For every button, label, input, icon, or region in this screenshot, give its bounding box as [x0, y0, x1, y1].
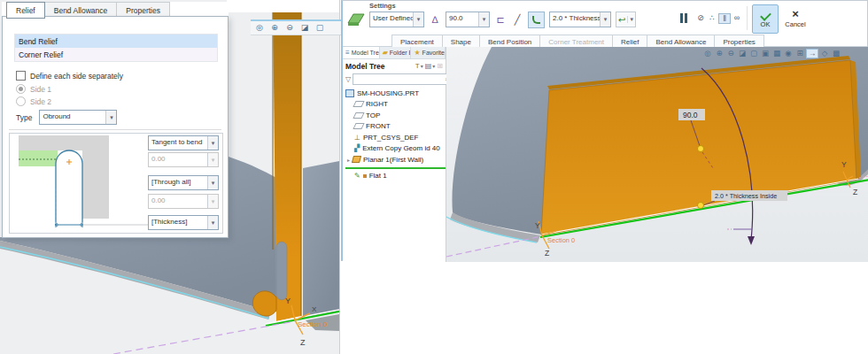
- zoom-region-icon[interactable]: ◎: [702, 50, 713, 58]
- saved-orientations-icon[interactable]: ▢: [314, 24, 326, 32]
- tree-item-right-plane[interactable]: RIGHT: [345, 99, 446, 111]
- chevron-down-icon[interactable]: ▾: [627, 16, 635, 23]
- chevron-down-icon: ▾: [207, 195, 218, 208]
- width-dimension: [56, 222, 82, 227]
- part-icon: [345, 89, 354, 97]
- angle-drag-handle[interactable]: [698, 146, 704, 152]
- insert-here-indicator[interactable]: [345, 167, 446, 169]
- tree-item-part[interactable]: SM-HOUSING.PRT: [345, 88, 446, 99]
- side1-label: Side 1: [30, 85, 51, 94]
- relief-width-value: Tangent to bend: [149, 136, 207, 150]
- chevron-down-icon[interactable]: ▾: [207, 136, 218, 150]
- list-item-bend-relief[interactable]: Bend Relief: [15, 35, 217, 48]
- tab-favorites[interactable]: ★ Favorites: [411, 47, 446, 58]
- relief-type-value: Obround: [40, 111, 105, 124]
- expand-arrow-icon[interactable]: ▸: [347, 157, 350, 163]
- zoom-out-icon[interactable]: ⊖: [283, 24, 296, 32]
- spin-center-icon[interactable]: ◇: [819, 50, 830, 58]
- define-each-side-checkbox[interactable]: [16, 71, 26, 81]
- chevron-down-icon[interactable]: ▾: [207, 216, 218, 229]
- tree-filters-icon[interactable]: T: [415, 62, 420, 70]
- section-label: Section 0: [547, 236, 575, 244]
- chevron-down-icon[interactable]: ▾: [421, 63, 423, 69]
- datum-display-icon[interactable]: ⊞: [794, 50, 805, 58]
- tree-item-label: FRONT: [366, 122, 391, 130]
- relief-type-list: Bend Relief Corner Relief: [14, 34, 218, 62]
- radius-side-icon: ↩: [616, 15, 627, 25]
- tree-item-top-plane[interactable]: TOP: [345, 110, 446, 121]
- bend-radius-combo[interactable]: 2.0 * Thickness ▾: [549, 12, 611, 27]
- refit-icon[interactable]: ◪: [298, 24, 311, 32]
- filter-funnel-icon[interactable]: ▽: [345, 75, 351, 83]
- preview-unattached-icon[interactable]: ∴: [707, 13, 717, 22]
- radius-drag-handle[interactable]: [698, 203, 704, 209]
- creo-main-window: Settings User Defined ▾ ∆ 90.0 ▾ ⊏ ╱ 2.0…: [341, 0, 868, 261]
- relief-offset-value: [Thickness]: [149, 216, 207, 229]
- tree-item-planar-wall[interactable]: ▸ Planar 1(First Wall): [345, 154, 446, 165]
- bend-angle-combo[interactable]: 90.0 ▾: [446, 12, 490, 27]
- clipping-icon[interactable]: ▩: [831, 50, 841, 58]
- folder-tab-label: Folder B: [390, 50, 412, 56]
- verify-glasses-icon[interactable]: ∞: [732, 13, 742, 22]
- tab-model-tree[interactable]: ≡ Model Tree: [343, 47, 380, 58]
- profile-combo[interactable]: User Defined ▾: [369, 12, 424, 27]
- tab-folder-browser[interactable]: ▰ Folder B: [380, 47, 412, 58]
- angle-dim-text[interactable]: 90.0: [683, 111, 698, 119]
- zoom-in-icon[interactable]: ⊕: [714, 50, 725, 58]
- annotation-display-icon[interactable]: →: [806, 49, 818, 58]
- saved-orientations-icon[interactable]: ▢: [748, 50, 759, 58]
- extern-copy-geom-icon: ▞: [354, 144, 360, 152]
- wall-feature-icon: [352, 156, 361, 163]
- preview-attached-toggle[interactable]: ‖: [718, 13, 731, 24]
- tree-columns-icon[interactable]: ▤: [425, 62, 432, 70]
- no-preview-icon[interactable]: ⊘: [695, 13, 706, 22]
- relief-width-combo[interactable]: Tangent to bend ▾: [148, 135, 219, 150]
- relief-depth-combo[interactable]: [Through all] ▾: [148, 175, 219, 190]
- bend-direction-toggle[interactable]: [528, 12, 545, 28]
- favorites-icon: ★: [414, 49, 420, 57]
- model-tree-icon: ≡: [345, 49, 350, 57]
- zoom-region-icon[interactable]: ◎: [253, 24, 266, 32]
- list-item-corner-relief[interactable]: Corner Relief: [15, 48, 217, 61]
- sketch-line-icon[interactable]: ╱: [511, 14, 523, 26]
- side2-radio[interactable]: [16, 96, 26, 106]
- chevron-down-icon[interactable]: ▾: [207, 176, 218, 189]
- pause-button[interactable]: [680, 13, 687, 23]
- relief-offset-combo[interactable]: [Thickness] ▾: [148, 215, 219, 230]
- tree-item-csys[interactable]: ⊥ PRT_CSYS_DEF: [345, 132, 446, 143]
- radius-dim-text[interactable]: 2.0 * Thickness Inside: [715, 192, 777, 200]
- chevron-down-icon[interactable]: ▾: [600, 12, 610, 27]
- zoom-in-icon[interactable]: ⊕: [268, 24, 281, 32]
- tree-item-flat-wall-pending[interactable]: ✎ Flat 1: [345, 171, 446, 182]
- tree-search-input[interactable]: [353, 75, 443, 83]
- chevron-down-icon[interactable]: ▾: [413, 12, 423, 27]
- side1-radio[interactable]: [16, 84, 26, 94]
- bend-profile-icon[interactable]: ⊏: [494, 14, 507, 26]
- view-manager-icon[interactable]: ▣: [760, 50, 771, 58]
- chevron-down-icon[interactable]: ▾: [105, 111, 116, 124]
- window-top-strip: [227, 0, 339, 12]
- chevron-down-icon[interactable]: ▾: [478, 12, 489, 27]
- tree-collapse-icon: ⊞: [437, 62, 443, 70]
- axis-x-label: X: [312, 305, 317, 313]
- radius-side-button[interactable]: ↩ ▾: [616, 12, 636, 27]
- close-icon: ×: [792, 9, 799, 19]
- refit-icon[interactable]: ◪: [737, 50, 748, 58]
- shade-icon[interactable]: ◉: [783, 50, 794, 58]
- main-3d-viewport[interactable]: 90.0 2.0 * Thickness Inside Y Z Section …: [446, 47, 868, 262]
- display-style-icon[interactable]: ▦: [771, 50, 782, 58]
- favorites-tab-label: Favorites: [422, 50, 446, 56]
- cancel-button[interactable]: × Cancel: [780, 4, 810, 32]
- ok-button[interactable]: OK: [752, 4, 779, 34]
- part-face-right: [303, 161, 339, 318]
- relief-type-combo[interactable]: Obround ▾: [39, 110, 117, 125]
- side2-label: Side 2: [30, 97, 51, 106]
- type-label: Type: [16, 113, 32, 122]
- relief-width-number: 0.00: [149, 153, 207, 166]
- tree-item-front-plane[interactable]: FRONT: [345, 121, 446, 133]
- chevron-down-icon[interactable]: ▾: [432, 63, 435, 69]
- tab-relief[interactable]: Relief: [6, 2, 45, 19]
- tree-item-extern-copy-geom[interactable]: ▞ Extern Copy Geom id 40: [345, 143, 446, 155]
- datum-plane-icon: [353, 112, 364, 119]
- zoom-out-icon[interactable]: ⊖: [725, 50, 736, 58]
